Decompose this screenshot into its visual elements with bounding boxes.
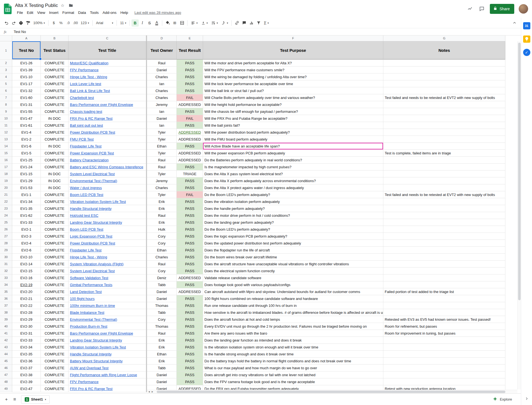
row-number[interactable]: 25 [0,219,12,226]
cell-test-title[interactable]: Landing Gear Structural Integrity [69,337,146,344]
cell-test-result[interactable]: FAIL [177,94,203,101]
cell-test-notes[interactable]: Test is complete, failed items are in tr… [383,150,505,157]
sheet-tab-sheet1[interactable]: 1 Sheet1 ▾ [21,395,50,404]
cell-test-status[interactable]: IN DOC [41,143,69,150]
row-number[interactable]: 20 [0,184,12,191]
test-title-link[interactable]: Logic Expansion PCB Test [70,234,112,238]
cell-test-owner[interactable]: Raul [147,164,177,170]
cell-test-notes[interactable] [383,302,505,309]
cell-test-status[interactable]: COMPLETE [41,205,69,212]
cell-test-result[interactable]: PASS [177,184,203,191]
cell-test-no[interactable]: EV2-14 [12,261,41,268]
text-rotation-dropdown[interactable]: ▾ [220,19,230,27]
menu-file[interactable]: File [15,10,25,15]
header-cell-test-status[interactable]: Test Status [41,41,69,60]
cell-test-purpose[interactable]: Do the boom wires break over aircraft li… [203,254,383,261]
bold-button[interactable]: B [131,19,139,27]
cell-test-purpose[interactable]: Is the magnetometer impacted by high cur… [203,164,383,170]
menu-data[interactable]: Data [76,10,88,15]
cell-test-notes[interactable] [383,226,505,233]
cell-test-title[interactable]: Ball joint pull out test [69,122,146,129]
cell-test-result[interactable]: PASS [177,80,203,87]
column-header-a[interactable]: A [12,35,41,41]
cell-test-owner[interactable]: Cory [147,268,177,274]
cell-test-result[interactable]: PASS [177,198,203,205]
cell-test-purpose[interactable]: Are there any aero issues with the baro [203,330,383,337]
cell-test-result[interactable]: ADDRESSED [177,274,203,281]
cell-test-status[interactable]: COMPLETE [41,309,69,316]
test-title-link[interactable]: Handle Structural Integrity [70,352,112,356]
test-title-link[interactable]: System Level Electrical Test [70,269,115,273]
row-number[interactable]: 19 [0,177,12,184]
cell-test-status[interactable]: COMPLETE [41,191,69,198]
cell-test-result[interactable]: PASS [177,205,203,212]
cell-test-notes[interactable] [383,254,505,261]
text-wrap-dropdown[interactable]: ▾ [209,19,220,27]
cell-test-result[interactable]: PASS [177,309,203,316]
cell-test-status[interactable]: COMPLETE [41,198,69,205]
cell-test-notes[interactable] [383,122,505,129]
cell-test-no[interactable]: EV1-15 [12,170,41,177]
cell-test-title[interactable]: Flopdapter Life Test [69,143,146,150]
test-title-link[interactable]: System Level Electrical Test [70,172,115,176]
test-title-link[interactable]: Power Distribution PCB Test [70,241,115,245]
cell-test-no[interactable]: EV2-1 [12,226,41,233]
cell-test-owner[interactable]: Daniel [147,295,177,302]
cell-test-purpose[interactable]: Does the handle perform adequately? [203,205,383,212]
cell-test-result[interactable]: PASS [177,67,203,73]
formula-bar[interactable]: fx Test No [0,28,521,35]
cell-test-status[interactable]: COMPLETE [41,233,69,240]
cell-test-result[interactable]: PASS [177,177,203,184]
test-title-link[interactable]: Land Detection Test [70,290,102,294]
format-currency-button[interactable]: $ [50,19,57,27]
cell-test-owner[interactable]: Cory [147,233,177,240]
cell-test-no[interactable]: EV1-35 [12,205,41,212]
test-title-link[interactable]: Baro Performance over Flight Envelope [70,331,133,335]
cell-test-notes[interactable] [383,365,505,371]
row-number[interactable]: 23 [0,205,12,212]
cell-test-notes[interactable] [383,184,505,191]
cell-test-owner[interactable]: Erik [147,219,177,226]
cell-test-notes[interactable]: Test failed and needs to be retested at … [383,94,505,101]
test-title-link[interactable]: FPV Performance [70,380,98,384]
cell-test-result[interactable]: ADDRESSED [177,150,203,157]
test-title-link[interactable]: FPV Performance [70,68,98,72]
row-number[interactable]: 2 [0,60,12,67]
row-number[interactable]: 28 [0,240,12,247]
cell-test-no[interactable]: EV1-33 [12,219,41,226]
cell-test-owner[interactable]: Thomas [147,302,177,309]
menu-add-ons[interactable]: Add-ons [101,10,118,15]
sheets-logo-icon[interactable] [4,4,12,14]
cell-test-title[interactable]: 100hr minimum Burn in time [69,302,146,309]
row-number[interactable]: 13 [0,136,12,143]
horizontal-scrollbar[interactable]: ◄ ► [147,390,517,393]
cell-test-result[interactable]: PASS [177,302,203,309]
column-header-d[interactable]: D [147,35,177,41]
horizontal-scroll-track[interactable] [154,391,516,393]
test-title-link[interactable]: Landing Gear Structural Integrity [70,338,122,342]
cell-test-status[interactable]: COMPLETE [41,101,69,108]
cell-test-title[interactable]: Power Expansion PCB Test [69,150,146,157]
cell-test-no[interactable]: EV2-36 [12,358,41,365]
sheet-tab-menu-icon[interactable]: ▾ [45,398,46,401]
cell-test-purpose[interactable]: How senstive is the aircraft to imbalanc… [203,309,383,316]
cell-test-no[interactable]: EV1-5 [12,150,41,157]
test-title-link[interactable]: Chassis loading test [70,109,102,114]
star-icon[interactable]: ☆ [61,3,64,8]
row-number[interactable]: 32 [0,268,12,274]
cell-test-purpose[interactable]: Does the updated power distribution test… [203,240,383,247]
row-number[interactable]: 6 [0,87,12,94]
cell-test-title[interactable]: Ball Link & Strut Life Test [69,87,146,94]
test-title-link[interactable]: Production Burn-in Test [70,324,107,328]
cell-test-title[interactable]: Handle Structural Integrity [69,205,146,212]
cell-test-status[interactable]: COMPLETE [41,60,69,67]
format-percent-button[interactable]: % [57,19,65,27]
cell-test-status[interactable]: IN DOC [41,184,69,191]
cell-test-notes[interactable] [383,351,505,358]
text-color-button[interactable]: A [153,19,160,27]
menu-edit[interactable]: Edit [25,10,35,15]
cell-test-status[interactable]: COMPLETE [41,212,69,219]
cell-test-notes[interactable] [383,80,505,87]
font-size-dropdown[interactable]: 11▾ [118,19,128,27]
row-number[interactable]: 9 [0,108,12,115]
